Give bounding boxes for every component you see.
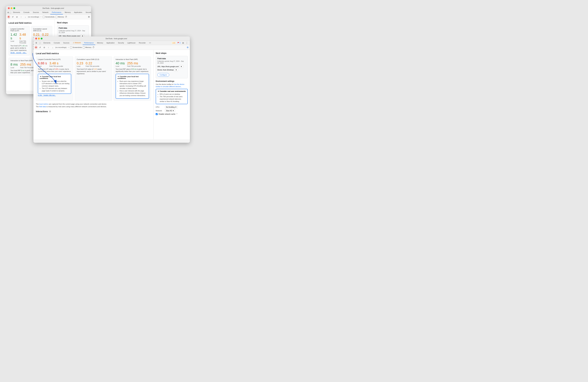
reload-button-1[interactable]: ↺ (11, 15, 14, 19)
inp-values-2: 40 ms Local 255 ms Field 75th percentile (116, 61, 149, 67)
lcp-condition-2: The LCP element can vary between page lo… (42, 87, 69, 92)
memory-checkbox-1[interactable]: Memory (55, 16, 64, 18)
record-bar-2: ↺ ⊘ ↑ ↓ (no recordings) ▼ Screenshots Me… (33, 45, 190, 50)
settings-record-2[interactable]: ⚙ (187, 46, 189, 49)
window-title-2: DevTools - fonts.google.com/ (45, 38, 188, 40)
window-title-1: DevTools - fonts.google.com/ (17, 7, 89, 9)
minimize-button-2[interactable] (38, 38, 40, 40)
tab-console-1[interactable]: Console (22, 10, 31, 14)
minimize-button[interactable] (11, 7, 12, 9)
reload-button-2[interactable]: ↺ (38, 46, 42, 49)
lcp-element-2[interactable]: h1.tile__header--title.mai... (38, 94, 71, 96)
main-content-2: Local and field metrics Largest Contentf… (33, 50, 190, 139)
no-recordings-2: (no recordings) (55, 46, 66, 48)
tab-console-2[interactable]: Console (52, 41, 61, 45)
tab-elements-1[interactable]: Elements (12, 10, 21, 14)
cls-card-2: Cumulative Layout Shift (CLS) 0.23 Local… (75, 57, 112, 101)
record-bar-1: ↺ ⊘ ↑ ↓ (no recordings) ▼ Screenshots Me… (6, 15, 91, 19)
inspect-icon[interactable]: ⬚ (9, 11, 11, 14)
memory-checkbox-2[interactable]: Memory (83, 46, 91, 48)
tab-memory-2[interactable]: Memory (96, 41, 105, 45)
devtools-icon[interactable]: ⚙ (7, 11, 9, 14)
screenshots-checkbox-2[interactable]: Screenshots (70, 46, 82, 48)
traffic-lights-1 (8, 7, 15, 9)
env-settings-desc: Use the device toolbar to Use the device… (156, 83, 188, 88)
configure-button-2[interactable]: Configure (157, 73, 169, 77)
tab-security-2[interactable]: Security (117, 41, 126, 45)
no-recordings-1: (no recordings) (28, 16, 39, 18)
lcp-field-val-2: 3.48 s (49, 61, 63, 65)
simulate-devices-link[interactable]: Use the device toolbar to simulate diffe… (156, 83, 184, 87)
tab-memory-1[interactable]: Memory (63, 10, 72, 14)
cls-field-val-2: 0.22 (86, 61, 99, 65)
lcp-element-1[interactable]: div.tile__text.tile__edu... (10, 52, 28, 54)
cls-values-2: 0.23 Local 0.22 Field 75th percentile (77, 61, 110, 67)
more-menu-2[interactable]: ⋮ (185, 41, 189, 44)
consider-real-box: ▼ Consider real user environments 83% of… (156, 89, 188, 104)
cls-local-2: 0.23 Local (77, 61, 83, 67)
inspect-icon-2[interactable]: ⬚ (38, 41, 42, 45)
tab-performance-2[interactable]: Performance (83, 41, 95, 45)
inp-local-1: 8 ms Local (10, 63, 18, 68)
tab-sources-1[interactable]: Sources (31, 10, 41, 14)
traffic-lights-2 (35, 38, 42, 40)
tab-security-1[interactable]: Security (84, 10, 91, 14)
network-row: Network: Slow 4G ▼ (156, 109, 188, 112)
tab-network-2[interactable]: ⚠ Network (71, 41, 82, 45)
clear-button-1[interactable]: ⊘ (15, 15, 19, 19)
inp-conditions-list-2: Real users may experience longer interac… (117, 80, 147, 97)
record-button-2[interactable] (35, 46, 37, 49)
settings-record-1[interactable]: ⚙ (88, 16, 90, 18)
field-data-title-2: Field data (157, 58, 186, 60)
info-badge-2: 🚩 2 (177, 42, 181, 44)
tab-recorder-2[interactable]: Recorder (137, 41, 147, 45)
record-button-1[interactable] (7, 16, 10, 18)
screenshots-checkbox-1[interactable]: Screenshots (43, 16, 55, 18)
settings-icon-2[interactable]: ⚙ (182, 42, 184, 44)
cpu-dropdown[interactable]: No throttling ▼ (165, 106, 178, 108)
disable-cache-row[interactable]: Disable network cache ? (156, 113, 188, 115)
url-dropdown-2[interactable]: ▼ (179, 65, 183, 68)
maximize-button-2[interactable] (41, 38, 42, 40)
interactions-title-2: Interactions ⊘ (36, 110, 151, 113)
upload-button-1[interactable]: ↑ (20, 15, 23, 19)
lcp-conditions-box-2: ▼ Consider your local test conditions Sc… (38, 74, 71, 94)
lcp-values-1: 1.42 s Local 3.48 s Field 75th Percentil… (10, 33, 28, 44)
lcp-card-1: Largest Contentful Paint (LCP) 1.42 s Lo… (8, 26, 30, 56)
lcp-local-2: 6.88 s Local (38, 61, 47, 67)
devtools-icon-2[interactable]: ⚙ (35, 41, 38, 45)
disable-cache-label: Disable network cache (159, 113, 175, 115)
footer-text-2: The local metrics are captured from the … (36, 103, 151, 108)
consider-real-item-2: The 75th percentile of real users experi… (160, 96, 186, 103)
tab-more-2[interactable]: >> (147, 41, 152, 45)
tab-lighthouse-2[interactable]: Lighthouse (126, 41, 137, 45)
network-label: Network: (156, 110, 164, 112)
inp-local-label-2: Local (116, 65, 125, 67)
device-dropdown-2[interactable]: ▼ (174, 68, 178, 71)
tab-application-1[interactable]: Application (73, 10, 84, 14)
inp-field-label-2: Field 75th percentile (127, 65, 141, 67)
maximize-button[interactable] (13, 7, 15, 9)
clear-button-2[interactable]: ⊘ (42, 46, 46, 49)
tab-elements-2[interactable]: Elements (42, 41, 52, 45)
titlebar-1: DevTools - fonts.google.com/ (6, 6, 91, 10)
tab-performance-1[interactable]: Performance (50, 10, 63, 14)
download-button-1[interactable]: ↓ (24, 15, 27, 19)
tab-application-2[interactable]: Application (105, 41, 116, 45)
lcp-conditions-title-2: ▼ Consider your local test conditions (40, 76, 69, 79)
tab-network-1[interactable]: Network (41, 10, 50, 14)
local-metrics-link[interactable]: local metrics (39, 103, 48, 105)
upload-button-2[interactable]: ↑ (47, 46, 50, 49)
metrics-grid-2: Largest Contentful Paint (LCP) 6.88 s Lo… (36, 57, 151, 101)
disable-cache-info-icon[interactable]: ? (176, 113, 177, 115)
cls-desc-2: Your local CLS value of 0.23 needs impro… (77, 68, 110, 75)
cpu-label: CPU: (156, 106, 164, 108)
disable-cache-checkbox[interactable] (156, 113, 158, 115)
lcp-values-2: 6.88 s Local 3.48 s Field 75th percentil… (38, 61, 71, 67)
network-dropdown[interactable]: Slow 4G ▼ (165, 109, 175, 112)
field-data-link[interactable]: field data (39, 106, 46, 107)
close-button[interactable] (8, 7, 10, 9)
download-button-2[interactable]: ↓ (51, 46, 54, 49)
close-button-2[interactable] (35, 38, 37, 40)
tab-sources-2[interactable]: Sources (62, 41, 71, 45)
